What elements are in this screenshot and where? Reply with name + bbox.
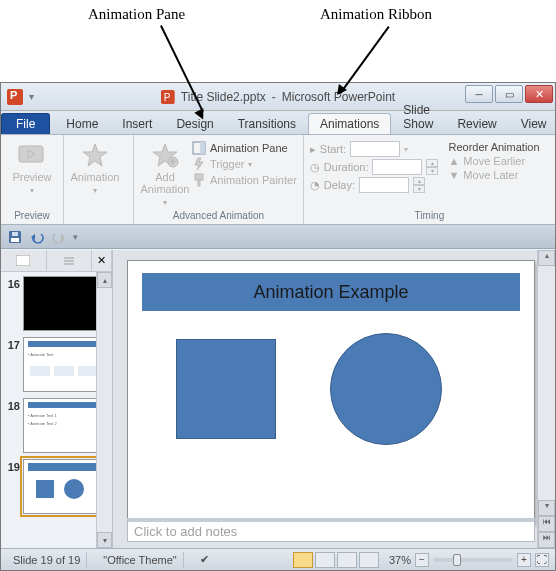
reading-view-button[interactable] [337, 552, 357, 568]
notes-pane[interactable]: Click to add notes [127, 518, 535, 542]
move-earlier-button[interactable]: ▲Move Earlier [448, 155, 539, 167]
minimize-button[interactable]: ─ [465, 85, 493, 103]
undo-button[interactable] [29, 229, 45, 245]
tab-insert[interactable]: Insert [110, 113, 164, 134]
animation-gallery-button[interactable]: Animation▾ [70, 137, 120, 196]
group-title-timing: Timing [310, 210, 549, 223]
animation-label: Animation [71, 171, 120, 183]
qat-customize-icon[interactable]: ▾ [73, 232, 78, 242]
move-later-button[interactable]: ▼Move Later [448, 169, 539, 181]
start-row: ▸ Start: ▾ [310, 141, 439, 157]
tab-review[interactable]: Review [445, 113, 508, 134]
sorter-view-button[interactable] [315, 552, 335, 568]
zoom-out-button[interactable]: − [415, 553, 429, 567]
trigger-button[interactable]: Trigger ▾ [192, 157, 297, 171]
scroll-down-icon[interactable]: ▾ [97, 532, 112, 548]
rectangle-shape[interactable] [176, 339, 276, 439]
preview-icon [18, 141, 46, 169]
annotation-layer: Animation Pane Animation Ribbon [0, 0, 556, 82]
slideshow-view-button[interactable] [359, 552, 379, 568]
redo-button[interactable] [51, 229, 67, 245]
statusbar: Slide 19 of 19 "Office Theme" ✔ 37% − + … [1, 548, 555, 570]
delay-input[interactable] [359, 177, 409, 193]
duration-input[interactable] [372, 159, 422, 175]
slide-thumbnail-panel: ✕ 16 17 • Animate Text [1, 250, 113, 548]
painter-label: Animation Painter [210, 174, 297, 186]
thumbnail-scrollbar[interactable]: ▴ ▾ [96, 272, 112, 548]
down-icon: ▼ [448, 169, 459, 181]
editor-scrollbar[interactable]: ▴ ▾ ⏮ ⏭ [537, 250, 555, 548]
slide-canvas[interactable]: Animation Example [127, 260, 535, 524]
prev-slide-icon[interactable]: ⏮ [538, 516, 555, 532]
painter-icon [192, 173, 206, 187]
play-icon: ▸ [310, 143, 316, 156]
tab-slideshow[interactable]: Slide Show [391, 99, 445, 134]
animation-pane-button[interactable]: Animation Pane [192, 141, 297, 155]
scroll-up-icon[interactable]: ▴ [538, 250, 555, 266]
duration-row: ◷ Duration: ▴▾ [310, 159, 439, 175]
scroll-up-icon[interactable]: ▴ [97, 272, 112, 288]
pane-icon [192, 141, 206, 155]
tab-animations[interactable]: Animations [308, 113, 391, 134]
trigger-label: Trigger [210, 158, 244, 170]
svg-text:+: + [170, 157, 175, 167]
app-window: ▾ P Title Slide2.pptx - Microsoft PowerP… [0, 82, 556, 571]
tab-transitions[interactable]: Transitions [226, 113, 308, 134]
group-title-preview: Preview [7, 210, 57, 223]
delay-label: Delay: [324, 179, 355, 191]
app-icon[interactable] [7, 89, 23, 105]
svg-rect-18 [16, 255, 30, 266]
duration-spinner[interactable]: ▴▾ [426, 159, 438, 175]
thumbnail-row[interactable]: 16 [5, 276, 108, 331]
normal-view-button[interactable] [293, 552, 313, 568]
preview-button[interactable]: Preview▾ [7, 137, 57, 196]
maximize-button[interactable]: ▭ [495, 85, 523, 103]
animation-painter-button[interactable]: Animation Painter [192, 173, 297, 187]
spellcheck-icon[interactable]: ✔ [194, 552, 215, 568]
notes-placeholder: Click to add notes [134, 524, 237, 539]
slide-title[interactable]: Animation Example [142, 273, 520, 311]
slide-editor: Animation Example Click to add notes ▴ ▾… [113, 250, 555, 548]
thumbnail-row[interactable]: 17 • Animate Text [5, 337, 108, 392]
add-animation-button[interactable]: + Add Animation ▾ [140, 137, 190, 210]
quick-access-toolbar: ▾ [1, 225, 555, 249]
slide-thumbnail-18[interactable]: • Animate Text 1 • Animate Text 2 [23, 398, 105, 453]
ribbon-body: Preview▾ Preview Animation▾ . + Add Anim [1, 135, 555, 225]
slide-number: 17 [5, 337, 23, 351]
close-button[interactable] [525, 85, 553, 103]
group-title-advanced: Advanced Animation [140, 210, 297, 223]
animation-pane-label: Animation Pane [210, 142, 288, 154]
zoom-slider-thumb[interactable] [453, 554, 461, 566]
add-animation-icon: + [151, 141, 179, 169]
outline-tab-icon [62, 255, 76, 266]
tab-file[interactable]: File [1, 113, 50, 134]
scroll-down-icon[interactable]: ▾ [538, 500, 555, 516]
svg-marker-10 [195, 158, 203, 170]
zoom-in-button[interactable]: + [517, 553, 531, 567]
start-input[interactable] [350, 141, 400, 157]
up-icon: ▲ [448, 155, 459, 167]
slide-thumbnail-19[interactable] [23, 459, 105, 514]
slide-thumbnail-17[interactable]: • Animate Text [23, 337, 105, 392]
reorder-heading: Reorder Animation [448, 141, 539, 153]
callout-animation-ribbon: Animation Ribbon [320, 6, 432, 23]
thumbnail-row[interactable]: 19 [5, 459, 108, 514]
trigger-icon [192, 157, 206, 171]
tab-home[interactable]: Home [54, 113, 110, 134]
thumbnail-tab-slides[interactable] [1, 250, 47, 271]
thumbnail-pane-close[interactable]: ✕ [92, 250, 112, 271]
slide-thumbnail-16[interactable] [23, 276, 105, 331]
thumbnail-tab-outline[interactable] [47, 250, 93, 271]
fit-to-window-button[interactable]: ⛶ [535, 553, 549, 567]
slide-number: 18 [5, 398, 23, 412]
delay-spinner[interactable]: ▴▾ [413, 177, 425, 193]
duration-label: Duration: [324, 161, 369, 173]
group-animation: Animation▾ . [64, 135, 134, 224]
svg-rect-9 [200, 142, 205, 154]
thumbnail-row[interactable]: 18 • Animate Text 1 • Animate Text 2 [5, 398, 108, 453]
tab-view[interactable]: View [509, 113, 556, 134]
zoom-slider[interactable] [433, 558, 513, 562]
save-button[interactable] [7, 229, 23, 245]
oval-shape[interactable] [330, 333, 442, 445]
next-slide-icon[interactable]: ⏭ [538, 532, 555, 548]
